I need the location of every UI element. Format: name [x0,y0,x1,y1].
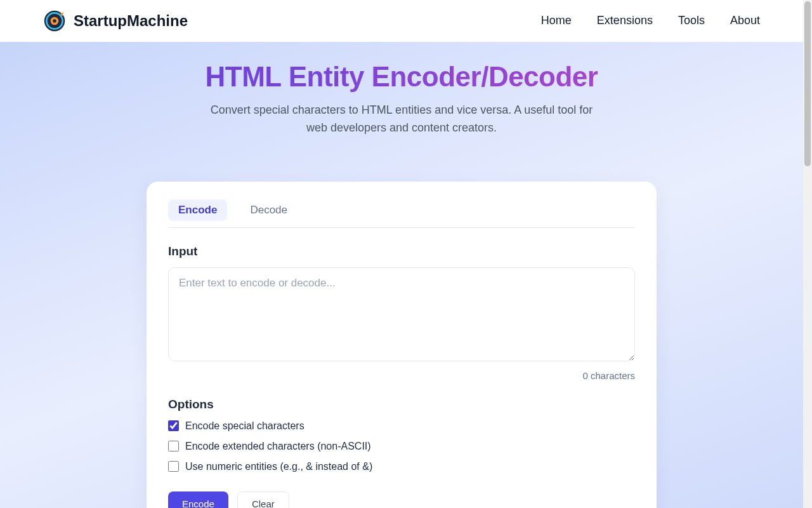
option-label-numeric: Use numeric entities (e.g., & instead of… [185,461,372,472]
tool-card: Encode Decode Input 0 characters Options… [147,182,657,508]
option-use-numeric[interactable]: Use numeric entities (e.g., & instead of… [168,461,635,472]
encode-button[interactable]: Encode [168,491,228,508]
page-subtitle: Convert special characters to HTML entit… [199,102,605,137]
button-row: Encode Clear [168,491,635,508]
page-title: HTML Entity Encoder/Decoder [0,61,803,93]
nav-home[interactable]: Home [541,14,572,27]
option-label-special: Encode special characters [185,420,304,432]
scrollbar-thumb[interactable] [804,1,811,166]
option-label-extended: Encode extended characters (non-ASCII) [185,441,371,452]
scrollbar[interactable] [803,0,812,508]
tab-decode[interactable]: Decode [240,199,298,221]
checkbox-numeric[interactable] [168,461,179,472]
nav-tools[interactable]: Tools [678,14,705,27]
brand-logo-icon [43,10,66,32]
checkbox-extended[interactable] [168,441,179,451]
nav-about[interactable]: About [730,14,760,27]
options-list: Encode special characters Encode extende… [168,420,635,472]
option-encode-special[interactable]: Encode special characters [168,420,635,432]
tab-encode[interactable]: Encode [168,199,227,221]
brand[interactable]: StartupMachine [43,10,188,32]
char-count: 0 characters [168,370,635,381]
hero-section: HTML Entity Encoder/Decoder Convert spec… [0,42,803,508]
main-nav: Home Extensions Tools About [541,14,760,27]
tabbar: Encode Decode [168,199,635,228]
input-label: Input [168,244,635,258]
checkbox-special[interactable] [168,420,179,431]
options-label: Options [168,398,635,411]
nav-extensions[interactable]: Extensions [597,14,653,27]
clear-button[interactable]: Clear [237,491,289,508]
input-textarea[interactable] [168,267,635,361]
brand-name: StartupMachine [74,12,188,30]
svg-point-3 [53,19,56,22]
header: StartupMachine Home Extensions Tools Abo… [0,0,803,42]
option-encode-extended[interactable]: Encode extended characters (non-ASCII) [168,441,635,452]
